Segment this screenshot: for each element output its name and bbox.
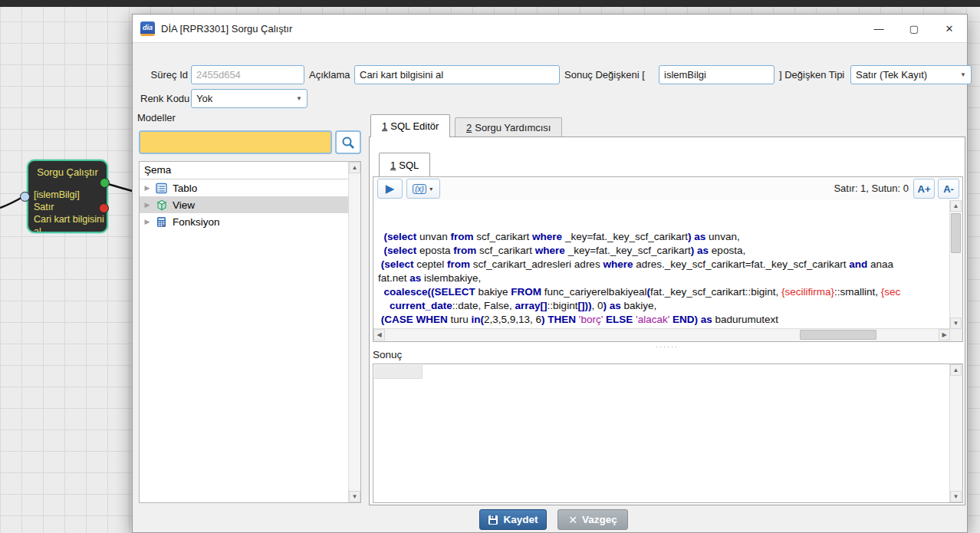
expand-arrow-icon[interactable]: ▶ xyxy=(140,201,155,209)
query-node[interactable]: Sorgu Çalıştır [islemBilgi] Satır Cari k… xyxy=(27,160,108,233)
scroll-down-icon[interactable]: ▼ xyxy=(349,491,360,502)
tab-sorgu-yardimcisi[interactable]: 2 Sorgu Yardımcısı xyxy=(455,117,562,137)
view-cube-icon xyxy=(155,199,168,212)
save-floppy-icon xyxy=(488,515,498,525)
tree-item-label: Fonksiyon xyxy=(173,216,220,228)
chevron-down-icon: ▼ xyxy=(296,95,302,102)
sql-code-editor[interactable]: (select unvan from scf_carikart where _k… xyxy=(373,200,950,329)
tab-number: 2 xyxy=(466,122,472,133)
maximize-icon: ▢ xyxy=(909,23,919,35)
chevron-down-icon: ▼ xyxy=(429,186,434,192)
surec-id-field[interactable] xyxy=(191,65,304,84)
dia-logo-icon: dia xyxy=(140,21,155,36)
aciklama-field[interactable] xyxy=(354,65,560,84)
node-input-port[interactable] xyxy=(20,192,30,202)
play-icon: ▶ xyxy=(386,182,395,196)
node-line-desc1: Cari kart bilgisini xyxy=(34,213,107,225)
query-node-body: [islemBilgi] Satır Cari kart bilgisini a… xyxy=(28,178,107,233)
degisken-tipi-value: Satır (Tek Kayıt) xyxy=(856,69,927,81)
tree-scrollbar[interactable]: ▲ ▼ xyxy=(348,162,360,502)
tree-item-view[interactable]: ▶ View xyxy=(140,196,360,213)
dia-logo-text: dia xyxy=(143,24,153,31)
scroll-down-icon[interactable]: ▼ xyxy=(950,317,962,329)
degisken-tipi-label: ] Değişken Tipi xyxy=(779,65,844,84)
minimize-button[interactable]: — xyxy=(861,15,896,42)
node-line-variable: [islemBilgi] xyxy=(34,189,107,201)
function-calculator-icon xyxy=(155,216,168,229)
variable-x-icon: (x) xyxy=(413,184,426,194)
tree-item-label: View xyxy=(173,199,195,211)
result-label: Sonuç xyxy=(373,349,402,360)
cancel-button-label: Vazgeç xyxy=(582,514,617,525)
node-output-port-success[interactable] xyxy=(100,178,110,188)
expand-arrow-icon[interactable]: ▶ xyxy=(140,184,155,192)
dialog-sorgu-calistir: dia DİA [RPR3301] Sorgu Çalıştır — ▢ ✕ S… xyxy=(132,14,968,533)
maximize-button[interactable]: ▢ xyxy=(896,15,932,42)
sql-vertical-scrollbar[interactable]: ▲ ▼ xyxy=(949,200,962,329)
scroll-up-icon[interactable]: ▲ xyxy=(950,200,962,212)
font-decrease-button[interactable]: A- xyxy=(938,179,959,199)
modeller-label: Modeller xyxy=(137,108,176,127)
tab-label: SQL xyxy=(399,160,419,171)
search-icon xyxy=(341,136,355,150)
save-button-label: Kaydet xyxy=(503,514,538,525)
tab-label: SQL Editör xyxy=(390,120,439,132)
tree-item-fonksiyon[interactable]: ▶ Fonksiyon xyxy=(140,213,360,230)
tab-sql-inner[interactable]: 1 SQL xyxy=(379,153,430,176)
sql-code: (select unvan from scf_carikart where _k… xyxy=(378,230,950,329)
aciklama-label: Açıklama xyxy=(309,65,350,84)
tab-sql-editor[interactable]: 1 SQL Editör xyxy=(370,114,450,137)
result-scrollbar[interactable]: ▲ ▼ xyxy=(949,364,962,502)
sonuc-degiskeni-label: Sonuç Değişkeni [ xyxy=(564,65,645,84)
tree-item-label: Tablo xyxy=(173,183,197,194)
top-dark-strip xyxy=(0,0,980,7)
tab-number: 1 xyxy=(390,160,396,171)
tree-item-tablo[interactable]: ▶ Tablo xyxy=(140,179,360,196)
expand-arrow-icon[interactable]: ▶ xyxy=(140,218,155,225)
node-editor-canvas: Sorgu Çalıştır [islemBilgi] Satır Cari k… xyxy=(0,0,980,533)
result-grid[interactable]: ▲ ▼ xyxy=(373,364,963,503)
insert-variable-button[interactable]: (x) ▼ xyxy=(406,179,440,199)
renk-kodu-dropdown[interactable]: Yok ▼ xyxy=(191,89,307,108)
cancel-x-icon: ✕ xyxy=(568,514,577,526)
surec-id-label: Süreç Id xyxy=(140,65,188,84)
scrollbar-corner xyxy=(950,329,962,341)
schema-tree-header: Şema xyxy=(140,162,360,179)
model-search-button[interactable] xyxy=(335,130,361,154)
sql-horizontal-scrollbar[interactable]: ◀ ▶ xyxy=(373,328,950,341)
sql-toolbar: ▶ (x) ▼ Satır: 1, Sutun: 0 A+ A- xyxy=(373,177,962,201)
result-empty-cell xyxy=(374,365,423,379)
splitter-handle[interactable]: ······ xyxy=(370,343,965,350)
tab-number: 1 xyxy=(382,120,387,132)
model-search-input[interactable] xyxy=(139,130,332,154)
save-button[interactable]: Kaydet xyxy=(479,509,547,530)
cancel-button[interactable]: ✕ Vazgeç xyxy=(557,509,628,530)
scroll-right-icon[interactable]: ▶ xyxy=(939,329,950,341)
cursor-position-text: Satır: 1, Sutun: 0 xyxy=(834,177,909,200)
degisken-tipi-dropdown[interactable]: Satır (Tek Kayıt) ▼ xyxy=(850,65,972,84)
node-line-type: Satır xyxy=(34,201,107,213)
scroll-up-icon[interactable]: ▲ xyxy=(950,364,962,376)
window-title: DİA [RPR3301] Sorgu Çalıştır xyxy=(161,23,292,35)
scroll-up-icon[interactable]: ▲ xyxy=(349,162,360,173)
sql-editor-inner-panel: ▶ (x) ▼ Satır: 1, Sutun: 0 A+ A- (select… xyxy=(373,176,963,342)
scroll-left-icon[interactable]: ◀ xyxy=(373,329,385,341)
renk-kodu-value: Yok xyxy=(196,93,212,104)
sonuc-degiskeni-field[interactable] xyxy=(659,65,774,84)
minimize-icon: — xyxy=(874,23,884,35)
run-query-button[interactable]: ▶ xyxy=(377,179,403,199)
close-button[interactable]: ✕ xyxy=(932,15,967,42)
sql-editor-panel: 1 SQL ▶ (x) ▼ Satır: 1, Sutun: 0 A+ A- xyxy=(369,137,965,505)
schema-tree: Şema ▶ Tablo ▶ View xyxy=(139,161,361,503)
font-increase-button[interactable]: A+ xyxy=(913,179,935,199)
scrollbar-thumb[interactable] xyxy=(951,213,961,253)
scrollbar-thumb[interactable] xyxy=(800,330,876,340)
scroll-down-icon[interactable]: ▼ xyxy=(950,491,962,502)
node-output-port-error[interactable] xyxy=(99,203,109,213)
table-icon xyxy=(155,182,168,195)
node-line-desc2: al... xyxy=(34,225,107,233)
tab-label: Sorgu Yardımcısı xyxy=(475,122,551,133)
title-bar: dia DİA [RPR3301] Sorgu Çalıştır — ▢ ✕ xyxy=(133,15,967,43)
renk-kodu-label: Renk Kodu xyxy=(140,89,188,108)
close-icon: ✕ xyxy=(945,23,954,35)
